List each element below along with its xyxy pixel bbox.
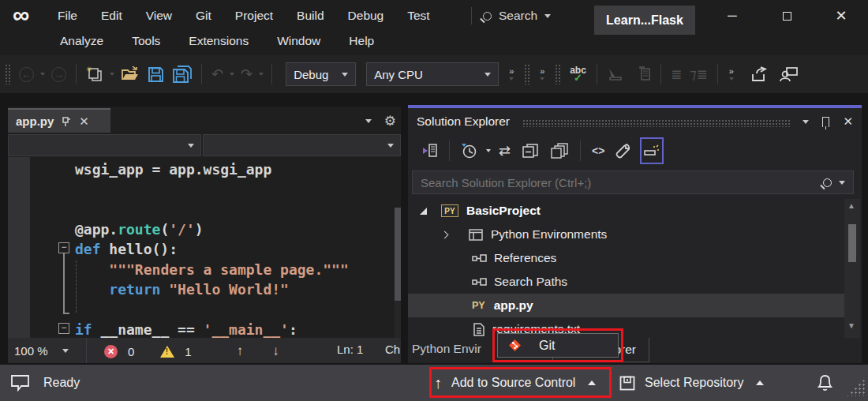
feedback-icon[interactable] bbox=[780, 66, 799, 82]
menu-extensions[interactable]: Extensions bbox=[174, 31, 263, 51]
expander-closed-icon[interactable] bbox=[441, 230, 449, 238]
tree-row-basicproject[interactable]: PY BasicProject bbox=[408, 199, 844, 223]
save-button[interactable] bbox=[148, 66, 164, 83]
share-icon[interactable] bbox=[750, 66, 769, 82]
menu-file[interactable]: File bbox=[46, 6, 89, 26]
zoom-selector[interactable]: 100 % bbox=[8, 338, 87, 363]
nav-member-dropdown[interactable] bbox=[203, 134, 401, 156]
nav-scope-dropdown[interactable] bbox=[8, 134, 201, 156]
unindent-icon[interactable]: ≣ bbox=[671, 66, 682, 83]
menu-project[interactable]: Project bbox=[223, 6, 285, 26]
search-input[interactable] bbox=[421, 176, 823, 189]
tab-app-py[interactable]: app.py ✕ bbox=[8, 108, 110, 133]
menu-analyze[interactable]: Analyze bbox=[46, 31, 118, 51]
next-issue-arrow-icon[interactable]: ↓ bbox=[272, 343, 279, 359]
pin-icon[interactable] bbox=[62, 116, 71, 127]
search-options-dropdown-icon[interactable] bbox=[839, 181, 845, 185]
breakpoint-gutter[interactable] bbox=[8, 157, 30, 338]
tree-row-search-paths[interactable]: Search Paths bbox=[408, 270, 844, 294]
notifications-bell-icon[interactable] bbox=[816, 373, 834, 392]
editor-options-gear-icon[interactable]: ⚙ bbox=[384, 113, 396, 129]
panel-drag-grip[interactable] bbox=[522, 119, 791, 127]
pending-changes-filter-icon[interactable] bbox=[461, 143, 478, 159]
tree-vertical-scrollbar[interactable]: ▲ ▼ bbox=[844, 199, 860, 338]
toolbar-grip[interactable] bbox=[555, 64, 560, 84]
indent-icon[interactable]: ⁊≣ bbox=[690, 66, 708, 83]
menu-git[interactable]: Git bbox=[184, 6, 223, 26]
open-file-button[interactable] bbox=[121, 66, 140, 82]
scrollbar-thumb[interactable] bbox=[848, 224, 856, 262]
navigate-back-button[interactable]: ← bbox=[19, 67, 34, 82]
menu-edit[interactable]: Edit bbox=[89, 6, 134, 26]
tree-row-requirements-txt[interactable]: requirements.txt bbox=[408, 317, 844, 338]
fold-collapse-icon[interactable]: − bbox=[58, 242, 69, 253]
prev-issue-arrow-icon[interactable]: ↑ bbox=[237, 343, 244, 359]
toolbar-overflow-button[interactable]: » bbox=[507, 69, 516, 81]
maximize-button[interactable] bbox=[769, 0, 805, 32]
redo-dropdown-icon[interactable] bbox=[259, 73, 264, 76]
new-project-dropdown-icon[interactable] bbox=[110, 73, 114, 76]
solution-explorer-search[interactable] bbox=[412, 171, 854, 194]
scroll-up-icon[interactable]: ▲ bbox=[847, 201, 855, 210]
navigate-forward-button[interactable]: → bbox=[51, 67, 66, 82]
undo-button[interactable]: ↶ bbox=[211, 66, 223, 83]
expander-open-icon[interactable] bbox=[420, 208, 427, 215]
redo-button[interactable]: ↷ bbox=[241, 66, 253, 83]
solution-name-badge[interactable]: Learn...Flask bbox=[594, 6, 695, 35]
sync-with-active-document-icon[interactable]: ⇄ bbox=[499, 142, 511, 159]
pin-icon[interactable] bbox=[822, 117, 829, 127]
scroll-down-icon[interactable]: ▼ bbox=[847, 321, 855, 330]
properties-wrench-icon[interactable] bbox=[615, 143, 631, 159]
tab-python-environments[interactable]: Python Envir bbox=[412, 342, 492, 356]
tree-row-app-py[interactable]: PY app.py bbox=[408, 294, 844, 317]
navigate-back-dropdown-icon[interactable] bbox=[40, 73, 45, 76]
feedback-bubble-icon[interactable] bbox=[10, 374, 30, 392]
show-all-files-icon[interactable] bbox=[550, 143, 569, 159]
close-tab-icon[interactable]: ✕ bbox=[79, 114, 89, 129]
active-files-dropdown-icon[interactable] bbox=[365, 119, 372, 123]
menu-build[interactable]: Build bbox=[285, 6, 335, 26]
menu-window[interactable]: Window bbox=[263, 31, 335, 51]
git-menu-popup[interactable]: Git bbox=[497, 333, 619, 358]
undo-dropdown-icon[interactable] bbox=[230, 73, 234, 76]
scrollbar-thumb[interactable] bbox=[395, 208, 401, 301]
menu-debug[interactable]: Debug bbox=[336, 6, 396, 26]
copy-structure-icon[interactable] bbox=[634, 66, 651, 82]
editor-vertical-scrollbar[interactable] bbox=[395, 208, 401, 338]
save-all-button[interactable] bbox=[172, 66, 192, 83]
tree-row-references[interactable]: References bbox=[408, 246, 844, 270]
toolbar-grip[interactable] bbox=[524, 64, 529, 84]
warning-icon[interactable] bbox=[160, 346, 174, 358]
select-repository-button[interactable]: Select Repository bbox=[619, 365, 764, 401]
toolbar-separator bbox=[201, 64, 202, 84]
fold-collapse-icon[interactable]: − bbox=[58, 323, 69, 334]
menu-view[interactable]: View bbox=[134, 6, 184, 26]
collapse-all-icon[interactable] bbox=[522, 143, 539, 159]
close-button[interactable]: ✕ bbox=[823, 0, 859, 32]
view-code-icon[interactable]: <> bbox=[592, 144, 604, 157]
menu-help[interactable]: Help bbox=[335, 31, 388, 51]
toolbar-overflow-button[interactable]: » bbox=[727, 69, 736, 81]
standard-toolbar: ← → ✳ bbox=[0, 55, 868, 93]
tree-row-python-environments[interactable]: Python Environments bbox=[408, 223, 844, 246]
window-position-dropdown-icon[interactable] bbox=[803, 120, 809, 124]
spell-check-icon[interactable]: abc✓ bbox=[570, 67, 586, 82]
switch-views-icon[interactable] bbox=[421, 143, 438, 159]
solution-configurations-combobox[interactable]: Debug bbox=[286, 62, 356, 86]
close-panel-icon[interactable]: ✕ bbox=[843, 114, 853, 129]
tree-label: Python Environments bbox=[491, 227, 607, 242]
new-project-button[interactable]: ✳ bbox=[86, 66, 103, 82]
error-icon[interactable]: ✕ bbox=[104, 345, 118, 358]
toolbar-overflow-button[interactable]: » bbox=[537, 69, 547, 81]
code-editor-surface[interactable]: wsgi_app = app.wsgi_app @app.route('/') … bbox=[8, 157, 401, 338]
global-search[interactable]: Search bbox=[483, 5, 551, 27]
toolbar-grip[interactable] bbox=[5, 64, 10, 84]
menu-test[interactable]: Test bbox=[395, 6, 441, 26]
search-dropdown-icon[interactable] bbox=[544, 14, 551, 18]
filter-dropdown-icon[interactable] bbox=[486, 149, 491, 152]
minimize-button[interactable]: ─ bbox=[714, 0, 750, 32]
preview-selected-items-toggle[interactable] bbox=[640, 137, 664, 164]
solution-platforms-combobox[interactable]: Any CPU bbox=[366, 62, 499, 86]
attach-to-process-icon[interactable] bbox=[607, 67, 626, 81]
menu-tools[interactable]: Tools bbox=[118, 31, 174, 51]
